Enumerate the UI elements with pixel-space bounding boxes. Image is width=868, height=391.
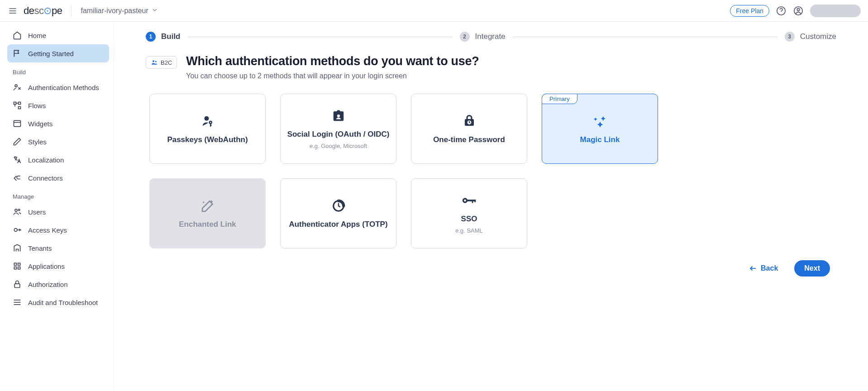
help-button[interactable]	[776, 5, 787, 16]
stepper: 1 Build 2 Integrate 3 Customize	[146, 32, 836, 42]
sidebar-item-home[interactable]: Home	[7, 26, 109, 44]
card-title: SSO	[461, 215, 477, 224]
svg-rect-18	[14, 267, 16, 269]
svg-point-29	[337, 114, 339, 117]
sidebar-item-authorization[interactable]: Authorization	[7, 275, 109, 293]
sidebar-item-label: Flows	[28, 102, 46, 110]
user-pill[interactable]	[810, 5, 861, 17]
card-subtitle: e.g. SAML	[455, 227, 483, 234]
card-totp[interactable]: Authenticator Apps (TOTP)	[280, 178, 396, 248]
step-integrate[interactable]: 2 Integrate	[460, 32, 506, 42]
primary-badge: Primary	[542, 94, 577, 104]
svg-point-14	[19, 209, 20, 210]
sidebar-item-styles[interactable]: Styles	[7, 133, 109, 151]
sidebar-item-label: Home	[28, 32, 46, 39]
menu-button[interactable]	[7, 5, 18, 16]
chevron-down-icon	[151, 6, 158, 15]
sidebar-item-label: Localization	[28, 156, 64, 164]
sidebar-item-tenants[interactable]: Tenants	[7, 239, 109, 257]
sidebar-item-label: Widgets	[28, 120, 52, 128]
card-magic-link[interactable]: Primary Magic Link	[542, 94, 658, 164]
sidebar-item-flows[interactable]: Flows	[7, 96, 109, 114]
sidebar-item-access-keys[interactable]: Access Keys	[7, 221, 109, 239]
people-icon	[151, 59, 158, 66]
social-icon	[331, 108, 346, 124]
card-otp[interactable]: One-time Password	[411, 94, 527, 164]
svg-rect-19	[18, 267, 20, 269]
logo[interactable]: desc⊙pe	[24, 5, 62, 17]
svg-rect-10	[19, 102, 21, 105]
sidebar-item-connectors[interactable]: Connectors	[7, 169, 109, 187]
svg-rect-8	[14, 102, 16, 105]
magic-icon	[592, 114, 608, 129]
svg-rect-35	[467, 200, 476, 201]
sidebar-item-label: Connectors	[28, 174, 63, 182]
otp-icon	[462, 114, 477, 129]
enchanted-icon	[200, 198, 215, 214]
sidebar-item-label: Audit and Troubleshoot	[28, 299, 98, 306]
svg-rect-17	[18, 263, 20, 265]
free-plan-badge[interactable]: Free Plan	[730, 5, 769, 17]
sidebar-section-manage: Manage	[7, 187, 109, 203]
svg-rect-11	[14, 120, 21, 126]
main-content: 1 Build 2 Integrate 3 Customize B2C Whic…	[114, 22, 868, 391]
sidebar-item-label: Getting Started	[28, 50, 74, 57]
card-title: Social Login (OAuth / OIDC)	[287, 130, 390, 139]
arrow-left-icon	[749, 264, 757, 272]
styles-icon	[13, 137, 22, 146]
step-num: 3	[785, 32, 795, 42]
svg-rect-20	[14, 284, 20, 287]
step-customize[interactable]: 3 Customize	[785, 32, 836, 42]
sidebar-item-users[interactable]: Users	[7, 203, 109, 221]
step-label: Build	[161, 32, 181, 41]
card-enchanted-link: Enchanted Link	[149, 178, 266, 248]
audit-icon	[13, 298, 22, 307]
svg-point-15	[14, 229, 17, 232]
sidebar-item-label: Authorization	[28, 281, 68, 288]
hamburger-icon	[8, 6, 17, 15]
svg-point-34	[464, 200, 466, 202]
header: desc⊙pe familiar-ivory-pasteur Free Plan	[0, 0, 868, 22]
step-line	[188, 37, 453, 37]
sidebar-item-applications[interactable]: Applications	[7, 257, 109, 275]
widgets-icon	[13, 119, 22, 128]
svg-point-28	[209, 121, 211, 124]
card-social-login[interactable]: Social Login (OAuth / OIDC) e.g. Google,…	[280, 94, 396, 164]
account-button[interactable]	[793, 5, 804, 16]
step-build[interactable]: 1 Build	[146, 32, 181, 42]
flag-icon	[13, 49, 22, 58]
svg-point-25	[153, 60, 154, 62]
svg-point-27	[204, 116, 209, 120]
svg-rect-37	[474, 200, 476, 202]
sidebar-item-widgets[interactable]: Widgets	[7, 114, 109, 133]
sidebar-item-getting-started[interactable]: Getting Started	[7, 44, 109, 62]
back-button[interactable]: Back	[744, 260, 783, 277]
svg-point-6	[797, 8, 800, 11]
connectors-icon	[13, 173, 22, 182]
title-block: Which authentication methods do you want…	[186, 54, 479, 80]
sidebar-item-label: Styles	[28, 138, 47, 146]
auth-icon	[13, 83, 22, 92]
card-sso[interactable]: SSO e.g. SAML	[411, 178, 527, 248]
page-title: Which authentication methods do you want…	[186, 54, 479, 68]
svg-point-7	[15, 85, 17, 87]
svg-rect-9	[19, 107, 21, 109]
sidebar-item-audit[interactable]: Audit and Troubleshoot	[7, 293, 109, 311]
step-num: 1	[146, 32, 156, 42]
b2c-badge[interactable]: B2C	[146, 56, 177, 69]
divider	[71, 5, 72, 16]
sidebar-section-build: Build	[7, 62, 109, 78]
step-label: Customize	[800, 32, 836, 41]
sidebar-item-label: Tenants	[28, 244, 52, 252]
step-label: Integrate	[475, 32, 506, 41]
step-line	[513, 37, 777, 37]
project-selector[interactable]: familiar-ivory-pasteur	[81, 6, 158, 15]
sidebar-item-localization[interactable]: Localization	[7, 151, 109, 169]
sidebar-item-auth-methods[interactable]: Authentication Methods	[7, 78, 109, 96]
access-keys-icon	[13, 225, 22, 234]
next-button[interactable]: Next	[794, 260, 830, 277]
sidebar-item-label: Authentication Methods	[28, 84, 99, 91]
card-title: Authenticator Apps (TOTP)	[289, 220, 387, 229]
users-icon	[13, 207, 22, 216]
card-passkeys[interactable]: Passkeys (WebAuthn)	[149, 94, 266, 164]
